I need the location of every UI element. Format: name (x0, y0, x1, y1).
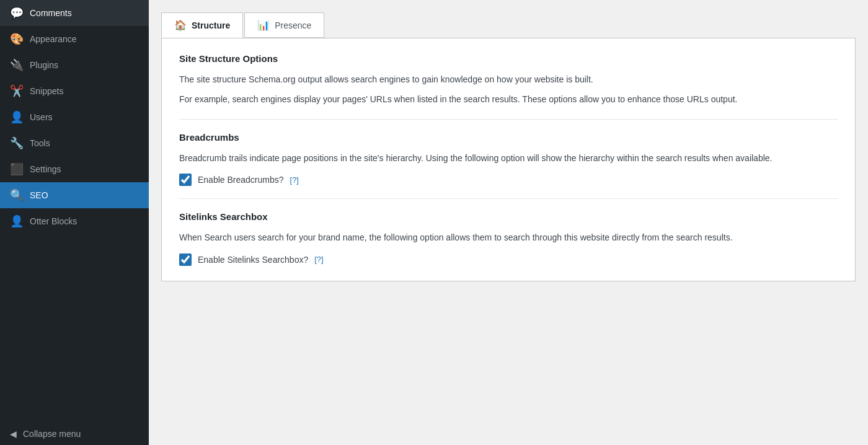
tab-presence[interactable]: 📊 Presence (244, 12, 324, 38)
enable-breadcrumbs-checkbox[interactable] (179, 174, 192, 186)
sitelinks-title: Sitelinks Searchbox (179, 211, 838, 222)
breadcrumbs-checkbox-row: Enable Breadcrumbs? [?] (179, 174, 838, 186)
tab-structure[interactable]: 🏠 Structure (161, 12, 243, 38)
sidebar-item-users[interactable]: 👤 Users (0, 104, 149, 130)
breadcrumbs-section: Breadcrumbs Breadcrumb trails indicate p… (179, 132, 838, 186)
snippets-icon: ✂️ (10, 84, 24, 98)
sidebar-item-otter-blocks[interactable]: 👤 Otter Blocks (0, 208, 149, 234)
otter-blocks-icon: 👤 (10, 214, 24, 228)
seo-icon: 🔍 (10, 188, 24, 202)
sidebar-item-seo[interactable]: 🔍 SEO (0, 182, 149, 208)
site-structure-section: Site Structure Options The site structur… (179, 53, 838, 107)
breadcrumbs-text: Breadcrumb trails indicate page position… (179, 151, 838, 165)
content-panel: Site Structure Options The site structur… (161, 38, 856, 281)
sitelinks-section: Sitelinks Searchbox When Search users se… (179, 211, 838, 265)
sidebar-item-comments[interactable]: 💬 Comments (0, 0, 149, 26)
sidebar-item-plugins[interactable]: 🔌 Plugins (0, 52, 149, 78)
enable-sitelinks-checkbox[interactable] (179, 253, 192, 266)
main-content: 🏠 Structure 📊 Presence Site Structure Op… (149, 0, 868, 445)
sidebar-item-settings[interactable]: ⬛ Settings (0, 156, 149, 182)
site-structure-text-1: The site structure Schema.org output all… (179, 73, 838, 86)
sidebar: 💬 Comments 🎨 Appearance 🔌 Plugins ✂️ Sni… (0, 0, 149, 445)
sidebar-item-tools[interactable]: 🔧 Tools (0, 130, 149, 156)
site-structure-text-2: For example, search engines display your… (179, 92, 838, 106)
sidebar-item-appearance[interactable]: 🎨 Appearance (0, 26, 149, 52)
sidebar-item-snippets[interactable]: ✂️ Snippets (0, 78, 149, 104)
enable-sitelinks-checkbox-container[interactable] (179, 253, 192, 266)
enable-breadcrumbs-label[interactable]: Enable Breadcrumbs? (198, 175, 284, 185)
sitelinks-text: When Search users search for your brand … (179, 231, 838, 244)
sitelinks-help-link[interactable]: [?] (314, 255, 323, 264)
collapse-menu[interactable]: ◀ Collapse menu (0, 423, 149, 445)
breadcrumbs-title: Breadcrumbs (179, 132, 838, 143)
plugins-icon: 🔌 (10, 58, 24, 72)
enable-breadcrumbs-checkbox-container[interactable] (179, 174, 192, 186)
enable-sitelinks-label[interactable]: Enable Sitelinks Searchbox? (198, 255, 308, 265)
users-icon: 👤 (10, 110, 24, 124)
sitelinks-checkbox-row: Enable Sitelinks Searchbox? [?] (179, 253, 838, 266)
appearance-icon: 🎨 (10, 32, 24, 46)
structure-tab-icon: 🏠 (174, 19, 187, 31)
divider-1 (179, 119, 838, 120)
comments-icon: 💬 (10, 6, 24, 20)
collapse-arrow-icon: ◀ (10, 429, 17, 439)
tools-icon: 🔧 (10, 136, 24, 150)
site-structure-title: Site Structure Options (179, 53, 838, 64)
tab-bar: 🏠 Structure 📊 Presence (161, 12, 856, 38)
presence-tab-icon: 📊 (257, 19, 270, 31)
divider-2 (179, 198, 838, 199)
breadcrumbs-help-link[interactable]: [?] (290, 175, 299, 185)
settings-icon: ⬛ (10, 162, 24, 176)
